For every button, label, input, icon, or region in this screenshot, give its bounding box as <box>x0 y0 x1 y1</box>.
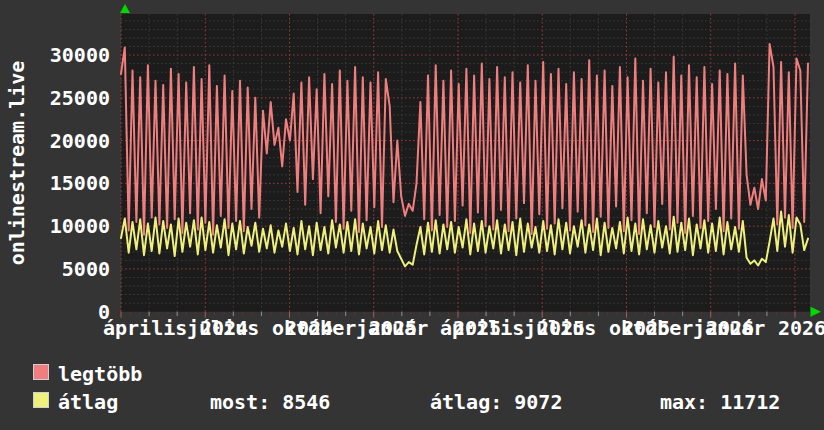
x-axis-label-year: 2025 <box>369 317 417 339</box>
x-axis-label-year: 2025 <box>453 317 501 339</box>
y-axis-label: 15000 <box>28 172 110 194</box>
stat-max: max: 11712 <box>660 391 780 413</box>
legend-swatch-atlag <box>33 392 49 408</box>
y-axis-label: 5000 <box>28 258 110 280</box>
x-axis-label-month: április <box>103 317 187 339</box>
stat-atlag: átlag: 9072 <box>430 391 562 413</box>
stat-most: most: 8546 <box>210 391 330 413</box>
y-axis-label: 30000 <box>28 44 110 66</box>
y-axis-title: onlinestream.live <box>6 13 28 313</box>
y-axis-arrow-icon <box>120 4 130 13</box>
legend-label-atlag: átlag <box>58 391 118 413</box>
x-axis-label-year: 2024 <box>285 317 333 339</box>
x-axis-label-year: 2025 <box>622 317 670 339</box>
legend-swatch-legtobb <box>33 364 49 380</box>
x-axis-label-year: 2026 <box>706 317 754 339</box>
legend-row-max: legtöbb <box>0 363 824 387</box>
x-axis-label-year: 2025 <box>537 317 585 339</box>
x-axis-label-year: 2026 <box>778 317 824 339</box>
y-axis-label: 10000 <box>28 215 110 237</box>
y-axis-label: 20000 <box>28 130 110 152</box>
rrd-graph: onlinestream.live 0500010000150002000025… <box>0 0 824 430</box>
legend-row-avg: átlag most: 8546 átlag: 9072 max: 11712 <box>0 391 824 415</box>
legend-label-legtobb: legtöbb <box>58 363 142 385</box>
y-axis-label: 25000 <box>28 87 110 109</box>
y-axis-label: 0 <box>28 301 110 323</box>
x-axis-label-year: 2024 <box>200 317 248 339</box>
